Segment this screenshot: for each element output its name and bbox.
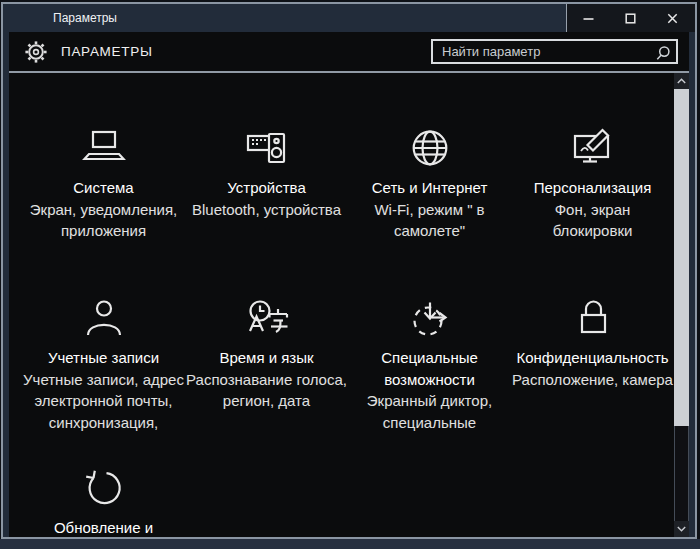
search-icon [655, 45, 671, 61]
content-area: Система Экран, уведомления, приложения [9, 73, 689, 537]
tile-subtitle: Bluetooth, устройства [185, 199, 348, 221]
window-title: Параметры [53, 4, 117, 32]
scroll-up-button[interactable] [674, 73, 689, 89]
clock-language-icon [244, 298, 290, 338]
settings-panel: ПАРАМЕТРЫ [9, 32, 689, 537]
scroll-down-button[interactable] [674, 521, 689, 537]
tile-ease-of-access[interactable]: Специальные возможности Экранный диктор,… [348, 298, 511, 468]
maximize-button[interactable] [609, 4, 651, 32]
tile-subtitle: электронной почты, [22, 390, 185, 412]
tile-update[interactable]: Обновление и безопасность [22, 468, 185, 537]
tile-title: Устройства [185, 177, 348, 199]
category-grid: Система Экран, уведомления, приложения [22, 128, 674, 537]
tile-accounts[interactable]: Учетные записи Учетные записи, адрес эле… [22, 298, 185, 468]
tile-time-language[interactable]: Время и язык Распознавание голоса, регио… [185, 298, 348, 468]
tile-devices[interactable]: Устройства Bluetooth, устройства [185, 128, 348, 298]
tile-subtitle: синхронизация, [22, 412, 185, 434]
app-title: ПАРАМЕТРЫ [61, 32, 153, 71]
scrollbar-track[interactable] [674, 426, 689, 521]
minimize-button[interactable] [567, 4, 609, 32]
tile-subtitle: Экранный диктор, [348, 390, 511, 412]
tile-title: Специальные [348, 347, 511, 369]
tile-system[interactable]: Система Экран, уведомления, приложения [22, 128, 185, 298]
tile-title: Система [22, 177, 185, 199]
background-behind-window [0, 539, 700, 549]
ease-of-access-icon [407, 298, 453, 338]
laptop-icon [81, 128, 127, 168]
tile-subtitle: Распознавание голоса, [185, 369, 348, 391]
minimize-icon [583, 13, 594, 24]
globe-icon [407, 128, 453, 168]
tile-subtitle: Фон, экран [511, 199, 674, 221]
tile-subtitle: Wi-Fi, режим " в [348, 199, 511, 221]
close-button[interactable] [651, 4, 693, 32]
maximize-icon [625, 13, 636, 24]
tile-subtitle: приложения [22, 220, 185, 242]
titlebar[interactable]: Параметры [3, 4, 695, 32]
tile-title: Учетные записи [22, 347, 185, 369]
caption-buttons [566, 4, 695, 32]
tile-title: возможности [348, 369, 511, 391]
tile-subtitle: Экран, уведомления, [22, 199, 185, 221]
settings-window: Параметры [1, 2, 697, 539]
lock-icon [570, 298, 616, 338]
tile-subtitle: специальные [348, 412, 511, 434]
tile-subtitle: Учетные записи, адрес [22, 369, 185, 391]
tile-title: Конфиденциальность [511, 347, 674, 369]
keyboard-speaker-icon [244, 128, 290, 168]
screen: Параметры [0, 0, 700, 549]
tile-subtitle: блокировки [511, 220, 674, 242]
tile-subtitle: Расположение, камера [511, 369, 674, 391]
tile-title: Обновление и [22, 517, 185, 537]
monitor-pen-icon [570, 128, 616, 168]
vertical-scrollbar[interactable] [674, 73, 689, 537]
tile-subtitle: регион, дата [185, 390, 348, 412]
tile-title: Время и язык [185, 347, 348, 369]
close-icon [667, 13, 678, 24]
tile-privacy[interactable]: Конфиденциальность Расположение, камера [511, 298, 674, 468]
tile-subtitle: самолете" [348, 220, 511, 242]
scrollbar-thumb[interactable] [674, 89, 689, 426]
tile-title: Сеть и Интернет [348, 177, 511, 199]
chevron-down-icon [677, 526, 686, 532]
tile-personalization[interactable]: Персонализация Фон, экран блокировки [511, 128, 674, 298]
app-header: ПАРАМЕТРЫ [9, 32, 689, 71]
search-box[interactable] [431, 39, 678, 64]
person-icon [81, 298, 127, 338]
tile-title: Персонализация [511, 177, 674, 199]
tile-network[interactable]: Сеть и Интернет Wi-Fi, режим " в самолет… [348, 128, 511, 298]
search-input[interactable] [433, 41, 676, 62]
refresh-icon [81, 468, 127, 508]
chevron-up-icon [677, 78, 686, 84]
gear-icon [25, 41, 47, 63]
